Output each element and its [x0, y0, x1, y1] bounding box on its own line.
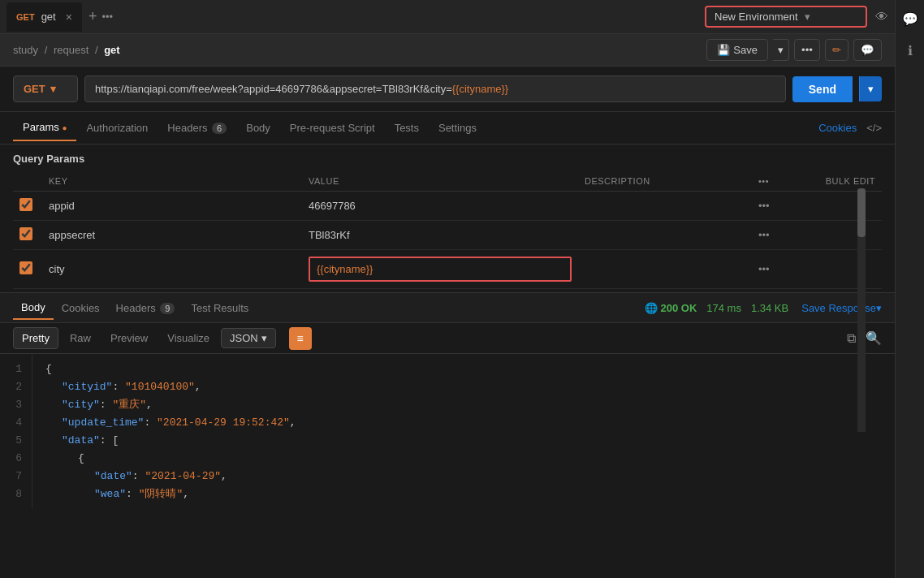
request-tabs: Params ● Authorization Headers 6 Body Pr… [0, 112, 895, 144]
json-content: { "cityid": "101040100", "city": "重庆", "… [32, 354, 895, 508]
send-dropdown-button[interactable]: ▾ [859, 76, 882, 101]
tab-bar: GET get × + ••• New Environment ▾ 👁 [0, 0, 895, 34]
breadcrumb-bar: study / request / get 💾 Save ▾ ••• ✏ 💬 [0, 34, 895, 67]
col-header-key: KEY [42, 171, 302, 192]
globe-icon: 🌐 [645, 302, 658, 314]
more-button[interactable]: ••• [794, 39, 820, 61]
json-line-6: { [45, 450, 882, 468]
word-wrap-button[interactable]: ≡ [289, 327, 312, 350]
json-line-7: "date": "2021-04-29", [45, 468, 882, 485]
tab-method-badge: GET [16, 12, 35, 22]
params-table: KEY VALUE DESCRIPTION ••• Bulk Edit appi… [13, 171, 882, 289]
row-check-2[interactable] [13, 221, 42, 250]
method-label: GET [24, 83, 45, 95]
row-desc-1 [578, 192, 752, 221]
code-icon[interactable]: </> [866, 122, 882, 134]
fmt-tab-raw[interactable]: Raw [62, 328, 99, 348]
format-arrow: ▾ [261, 332, 267, 344]
col-header-actions: ••• [752, 171, 817, 192]
col-header-check [13, 171, 42, 192]
right-sidebar: 💬 ℹ [895, 0, 924, 578]
save-button[interactable]: 💾 Save [706, 39, 768, 61]
url-static-part: https://tianqiapi.com/free/week?appid=46… [95, 83, 452, 95]
row-more-3[interactable]: ••• [752, 250, 817, 289]
row-more-2[interactable]: ••• [752, 221, 817, 250]
city-value-highlighted[interactable]: {{cityname}} [309, 257, 572, 282]
row-value-3-cell[interactable]: {{cityname}} [302, 250, 578, 289]
row-check-1[interactable] [13, 192, 42, 221]
json-body: 1 2 3 4 5 6 7 8 { "cityid": "101040100",… [0, 354, 895, 508]
col-header-description: DESCRIPTION [578, 171, 752, 192]
copy-button[interactable]: ⧉ [847, 331, 856, 346]
tab-close-button[interactable]: × [66, 11, 72, 24]
method-selector[interactable]: GET ▾ [13, 75, 78, 102]
new-tab-button[interactable]: + [89, 8, 97, 25]
row-key-1[interactable]: appid [42, 192, 302, 221]
fmt-tab-preview[interactable]: Preview [102, 328, 156, 348]
line-numbers: 1 2 3 4 5 6 7 8 [0, 354, 32, 508]
row-desc-2 [578, 221, 752, 250]
resp-tab-test-results[interactable]: Test Results [183, 297, 257, 319]
breadcrumb-current: get [104, 44, 120, 56]
tab-tests[interactable]: Tests [385, 115, 429, 140]
tab-more-button[interactable]: ••• [101, 11, 113, 23]
breadcrumb-request[interactable]: request [54, 44, 89, 56]
json-line-1: { [45, 360, 882, 378]
tab-authorization[interactable]: Authorization [76, 115, 158, 140]
toolbar: 💾 Save ▾ ••• ✏ 💬 [706, 39, 882, 61]
row-key-2[interactable]: appsecret [42, 221, 302, 250]
table-row: appid 46697786 ••• [13, 192, 882, 221]
json-line-2: "cityid": "101040100", [45, 378, 882, 396]
breadcrumb: study / request / get [13, 44, 120, 56]
breadcrumb-study[interactable]: study [13, 44, 38, 56]
request-tab-get[interactable]: GET get × [6, 2, 82, 32]
row-desc-3 [578, 250, 752, 289]
cookies-link[interactable]: Cookies [818, 122, 857, 134]
tab-settings[interactable]: Settings [429, 115, 486, 140]
row-key-3[interactable]: city [42, 250, 302, 289]
send-button[interactable]: Send [792, 76, 853, 102]
resp-tab-headers[interactable]: Headers 9 [108, 297, 184, 319]
eye-icon[interactable]: 👁 [875, 10, 888, 24]
save-disk-icon: 💾 [717, 44, 730, 56]
fmt-tab-pretty[interactable]: Pretty [13, 327, 58, 349]
comment-button[interactable]: 💬 [853, 39, 882, 61]
table-row: city {{cityname}} ••• [13, 250, 882, 289]
comment-sidebar-icon[interactable]: 💬 [897, 6, 923, 32]
fmt-tab-visualize[interactable]: Visualize [159, 328, 218, 348]
status-code: 200 OK [661, 302, 697, 314]
env-label: New Environment [715, 11, 798, 23]
response-time: 174 ms [706, 302, 741, 314]
row-value-2[interactable]: TBl83rKf [302, 221, 578, 250]
url-input[interactable]: https://tianqiapi.com/free/week?appid=46… [84, 75, 786, 102]
environment-selector[interactable]: New Environment ▾ [705, 6, 867, 28]
resp-tab-body[interactable]: Body [13, 296, 54, 320]
json-line-4: "update_time": "2021-04-29 19:52:42", [45, 414, 882, 432]
json-line-5: "data": [ [45, 432, 882, 450]
info-sidebar-icon[interactable]: ℹ [903, 38, 918, 63]
tab-title: get [41, 11, 56, 23]
tab-headers[interactable]: Headers 6 [158, 115, 236, 140]
edit-button[interactable]: ✏ [825, 39, 848, 61]
search-button[interactable]: 🔍 [866, 330, 882, 346]
json-line-8: "wea": "阴转晴", [45, 485, 882, 503]
resp-tab-cookies[interactable]: Cookies [54, 297, 108, 319]
scrollbar-track[interactable] [857, 354, 866, 432]
json-line-3: "city": "重庆", [45, 396, 882, 414]
query-params-title: Query Params [13, 153, 882, 165]
response-bar: Body Cookies Headers 9 Test Results 🌐 20… [0, 292, 895, 323]
format-selector[interactable]: JSON ▾ [221, 328, 276, 348]
tab-body[interactable]: Body [236, 115, 280, 140]
tab-pre-request-script[interactable]: Pre-request Script [280, 115, 385, 140]
format-label: JSON [230, 332, 258, 344]
env-dropdown-arrow: ▾ [805, 11, 810, 23]
breadcrumb-sep1: / [45, 44, 50, 56]
tab-params[interactable]: Params ● [13, 114, 76, 141]
row-check-3[interactable] [13, 250, 42, 289]
save-response-arrow[interactable]: ▾ [876, 302, 882, 314]
row-value-1[interactable]: 46697786 [302, 192, 578, 221]
save-dropdown-button[interactable]: ▾ [773, 39, 789, 61]
col-header-bulk-edit[interactable]: Bulk Edit [817, 171, 882, 192]
format-bar: Pretty Raw Preview Visualize JSON ▾ ≡ ⧉ … [0, 323, 895, 354]
row-more-1[interactable]: ••• [752, 192, 817, 221]
